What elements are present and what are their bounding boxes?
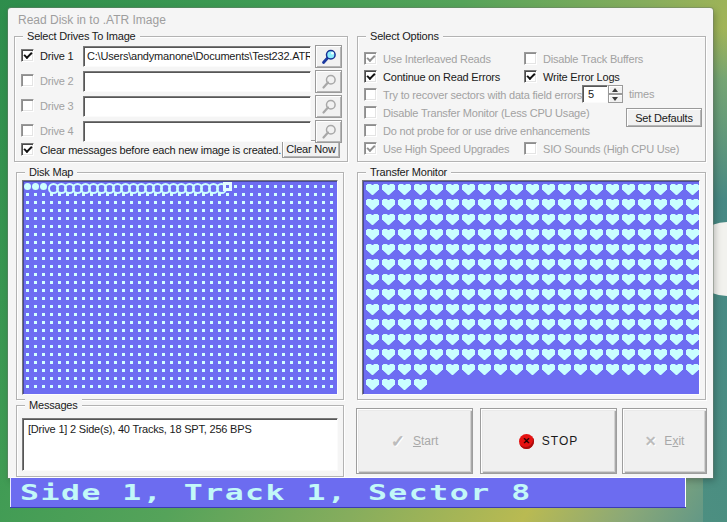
disk-map-cell [184,335,192,343]
disk-map-cell [232,327,240,335]
disk-map-cell [200,359,208,367]
disk-map-cell [256,263,264,271]
disk-map-cell [88,319,96,327]
disk-map-cell [176,191,184,199]
disk-map-cell [64,311,72,319]
disk-map-cell [128,231,136,239]
heart-icon [510,274,523,285]
disk-map-cell [104,383,112,391]
disk-map-cell [336,223,338,231]
heart-icon [526,199,539,210]
disk-map-cell [280,319,288,327]
disk-map-cell [144,327,152,335]
drive-1-checkbox[interactable] [21,49,34,62]
transfer-monitor-row [366,334,700,349]
disk-map-cell [136,295,144,303]
stop-button[interactable]: STOP [480,408,617,474]
disk-map-cell [224,351,232,359]
heart-icon [382,199,395,210]
disk-map-cell [48,343,56,351]
disk-map-cell [32,343,40,351]
disk-map-cell [232,215,240,223]
heart-icon [430,229,443,240]
recover-times-spinner[interactable]: 5 [582,85,623,103]
disk-map-cell [232,239,240,247]
drive-1-browse-button[interactable] [315,45,342,68]
disk-map-cell [240,327,248,335]
disk-map-cell [192,207,200,215]
disk-map-cell [168,255,176,263]
disk-map-cell [152,383,160,391]
disk-map-cell [248,255,256,263]
heart-icon [574,364,587,375]
disk-map-cell [288,215,296,223]
disk-map-cell [96,367,104,375]
drive-1-path-field[interactable]: C:\Users\andymanone\Documents\Test232.AT… [83,46,311,67]
disk-map-cell [288,223,296,231]
disk-map-cell [104,343,112,351]
magnifier-icon [320,48,338,66]
disk-map-cell [72,279,80,287]
disk-map-cell [120,319,128,327]
disk-map-cell [136,335,144,343]
disk-map-cell [48,303,56,311]
heart-icon [622,349,635,360]
disk-map-cell [272,295,280,303]
heart-icon [366,349,379,360]
disk-map-cell [24,303,32,311]
transfer-monitor-row [366,214,700,229]
disk-map-cell [208,223,216,231]
disk-map-cell [88,383,96,391]
disk-map-cell [64,231,72,239]
heart-icon [446,214,459,225]
disk-map-cell [272,247,280,255]
disk-map-cell [160,335,168,343]
disk-map-cell [168,247,176,255]
disk-map-cell [200,335,208,343]
disk-map-cell [120,191,128,199]
clear-messages-checkbox[interactable] [21,143,34,156]
disk-map-cell [176,255,184,263]
disk-map-cell [88,231,96,239]
disk-map-cell [24,319,32,327]
set-defaults-button[interactable]: Set Defaults [626,108,702,127]
heart-icon [574,334,587,345]
disk-map-cell [64,239,72,247]
disk-map-cell [72,223,80,231]
disk-map-cell [248,359,256,367]
option-2-checkbox[interactable] [364,70,377,83]
drive-3-path-field [83,96,311,117]
disk-map-cell [160,191,168,199]
disk-map-cell [224,311,232,319]
option-3-checkbox[interactable] [524,70,537,83]
disk-map-cell [336,215,338,223]
messages-listbox[interactable]: [Drive 1] 2 Side(s), 40 Tracks, 18 SPT, … [22,418,338,471]
disk-map-cell [192,279,200,287]
disk-map-cell [328,295,336,303]
disk-map-cell [64,383,72,391]
disk-map-cell [256,239,264,247]
disk-map-cell [72,231,80,239]
disk-map-cell [224,239,232,247]
disk-map-cell [136,207,144,215]
disk-map-cell [280,295,288,303]
recover-times-value[interactable]: 5 [582,85,608,103]
disk-map-cell [72,383,80,391]
disk-map-cell [264,255,272,263]
disk-map-cell [280,303,288,311]
spinner-down-button[interactable] [608,94,623,103]
disk-map-cell [192,351,200,359]
disk-map-cell [296,199,304,207]
option-4-label: Try to recover sectors with data field e… [383,89,582,101]
disk-map-cell [280,183,288,191]
disk-map-cell [312,183,320,191]
heart-icon [590,229,603,240]
heart-icon [654,259,667,270]
disk-map-cell [56,271,64,279]
spinner-up-button[interactable] [608,85,623,94]
transfer-monitor-row [366,274,700,289]
disk-map-cell [24,343,32,351]
disk-map-cell [160,279,168,287]
disk-map-cell [304,287,312,295]
disk-map-cell [152,255,160,263]
